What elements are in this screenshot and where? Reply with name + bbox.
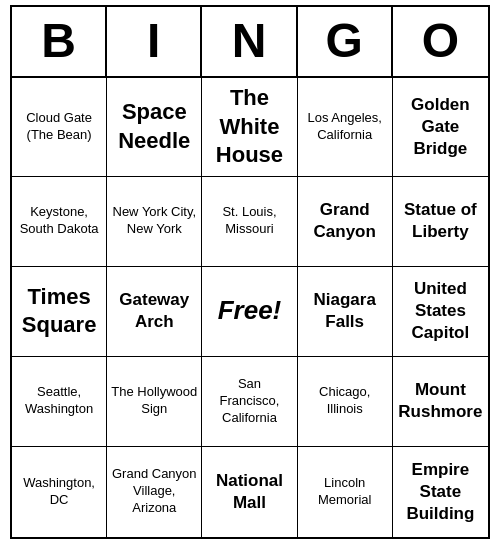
bingo-cell-23[interactable]: Lincoln Memorial [298,447,393,537]
bingo-cell-0[interactable]: Cloud Gate (The Bean) [12,78,107,177]
bingo-cell-4[interactable]: Golden Gate Bridge [393,78,488,177]
bingo-cell-19[interactable]: Mount Rushmore [393,357,488,447]
bingo-cell-1[interactable]: Space Needle [107,78,202,177]
bingo-cell-8[interactable]: Grand Canyon [298,177,393,267]
bingo-cell-20[interactable]: Washington, DC [12,447,107,537]
bingo-cell-21[interactable]: Grand Canyon Village, Arizona [107,447,202,537]
bingo-cell-6[interactable]: New York City, New York [107,177,202,267]
bingo-letter-i: I [107,7,202,76]
bingo-cell-13[interactable]: Niagara Falls [298,267,393,357]
bingo-cell-7[interactable]: St. Louis, Missouri [202,177,297,267]
bingo-letter-o: O [393,7,488,76]
bingo-cell-11[interactable]: Gateway Arch [107,267,202,357]
bingo-cell-5[interactable]: Keystone, South Dakota [12,177,107,267]
bingo-card: BINGO Cloud Gate (The Bean)Space NeedleT… [10,5,490,539]
bingo-letter-b: B [12,7,107,76]
bingo-grid: Cloud Gate (The Bean)Space NeedleThe Whi… [12,78,488,537]
bingo-cell-18[interactable]: Chicago, Illinois [298,357,393,447]
bingo-cell-2[interactable]: The White House [202,78,297,177]
bingo-cell-17[interactable]: San Francisco, California [202,357,297,447]
bingo-cell-22[interactable]: National Mall [202,447,297,537]
bingo-letter-g: G [298,7,393,76]
bingo-cell-9[interactable]: Statue of Liberty [393,177,488,267]
bingo-header: BINGO [12,7,488,78]
bingo-cell-16[interactable]: The Hollywood Sign [107,357,202,447]
bingo-cell-3[interactable]: Los Angeles, California [298,78,393,177]
bingo-letter-n: N [202,7,297,76]
bingo-cell-14[interactable]: United States Capitol [393,267,488,357]
bingo-cell-15[interactable]: Seattle, Washington [12,357,107,447]
bingo-cell-24[interactable]: Empire State Building [393,447,488,537]
bingo-cell-10[interactable]: Times Square [12,267,107,357]
bingo-cell-12[interactable]: Free! [202,267,297,357]
